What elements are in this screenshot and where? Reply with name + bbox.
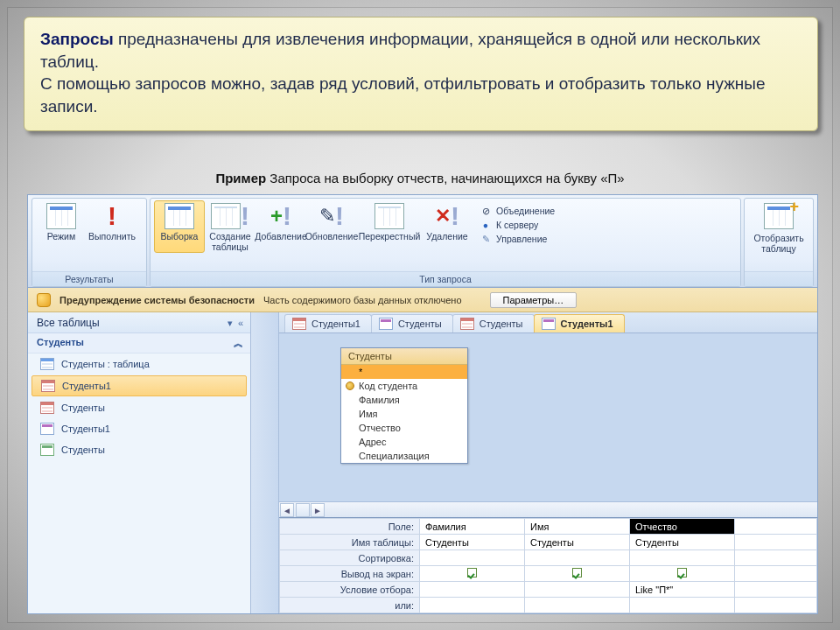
- qbe-cell-empty[interactable]: [735, 535, 817, 550]
- qbe-cell[interactable]: [420, 550, 525, 566]
- chevron-down-icon[interactable]: ▾: [228, 318, 233, 329]
- mode-button[interactable]: Режим: [36, 200, 87, 253]
- ribbon-group-querytype: Выборка ! Созданиетаблицы +! Добавление …: [150, 198, 741, 287]
- qbe-cell[interactable]: Отчество: [630, 519, 735, 535]
- field-row[interactable]: *: [341, 365, 467, 379]
- qbe-cell-empty[interactable]: [735, 550, 817, 566]
- datadef-query-item[interactable]: ✎Управление: [478, 232, 581, 246]
- tbl-icon: [40, 358, 54, 370]
- qbe-cell-empty[interactable]: [735, 519, 817, 535]
- qbe-cell[interactable]: [525, 550, 630, 566]
- qbe-cell[interactable]: [420, 582, 525, 598]
- tab-icon: [292, 318, 306, 330]
- nav-item[interactable]: Студенты1: [32, 375, 247, 396]
- field-row[interactable]: Фамилия: [341, 393, 467, 407]
- scroll-right-icon[interactable]: ►: [311, 503, 325, 517]
- info-bold: Запросы: [40, 30, 114, 48]
- group-type-title: Тип запроса: [150, 271, 740, 286]
- scroll-thumb[interactable]: [296, 503, 310, 517]
- collapse-icon[interactable]: «: [238, 318, 243, 329]
- qbe-cell[interactable]: [630, 598, 735, 613]
- table-fieldlist[interactable]: Студенты *Код студентаФамилияИмяОтчество…: [340, 347, 468, 464]
- plus-badge-icon: +: [789, 198, 799, 216]
- nav-header[interactable]: Все таблицы ▾«: [28, 312, 250, 333]
- qbe-cell-empty[interactable]: [735, 566, 817, 582]
- field-row[interactable]: Адрес: [341, 435, 467, 449]
- qbe-row-label: или:: [280, 598, 420, 613]
- design-canvas[interactable]: Студенты *Код студентаФамилияИмяОтчество…: [279, 333, 817, 501]
- select-query-button[interactable]: Выборка: [154, 200, 205, 253]
- qbe-cell[interactable]: Студенты: [525, 535, 630, 550]
- crosstab-button[interactable]: Перекрестный: [357, 200, 422, 253]
- qbe-cell[interactable]: Имя: [525, 519, 630, 535]
- maketable-button[interactable]: ! Созданиетаблицы: [205, 200, 256, 253]
- crosstab-label: Перекрестный: [359, 231, 421, 252]
- qbe-cell[interactable]: Like "П*": [630, 582, 735, 598]
- access-window: Режим ! Выполнить Результаты Выборка: [27, 194, 818, 614]
- field-row[interactable]: Имя: [341, 407, 467, 421]
- qbe-cell[interactable]: Студенты: [630, 535, 735, 550]
- security-msg: Часть содержимого базы данных отключено: [263, 295, 462, 305]
- nav-item[interactable]: Студенты : таблица: [28, 354, 250, 374]
- checkbox-icon[interactable]: [467, 568, 477, 578]
- rpt-icon: [40, 444, 54, 456]
- redx-icon: ✕: [435, 205, 451, 228]
- tab-label: Студенты1: [561, 318, 613, 329]
- show-table-button[interactable]: + Отобразитьтаблицу: [748, 200, 809, 255]
- qbe-row-label: Вывод на экран:: [280, 566, 420, 582]
- qbe-cell[interactable]: [630, 550, 735, 566]
- maketable-icon: [211, 203, 241, 229]
- navigation-pane[interactable]: Все таблицы ▾« Студенты ︽ Студенты : таб…: [28, 312, 251, 613]
- qbe-cell[interactable]: [420, 566, 525, 582]
- qbe-cell-empty[interactable]: [735, 598, 817, 613]
- crosstab-icon: [374, 203, 404, 229]
- scroll-left-icon[interactable]: ◄: [280, 503, 294, 517]
- nav-item[interactable]: Студенты: [28, 439, 250, 460]
- document-tab[interactable]: Студенты1: [534, 314, 625, 332]
- qbe-cell[interactable]: [525, 598, 630, 613]
- union-query-item[interactable]: ⊘Объединение: [478, 204, 581, 218]
- append-button[interactable]: +! Добавление: [256, 200, 306, 253]
- qbe-cell[interactable]: [420, 598, 525, 613]
- info-callout: Запросы предназначены для извлечения инф…: [24, 17, 818, 131]
- nav-item[interactable]: Студенты: [28, 397, 250, 418]
- document-tab[interactable]: Студенты: [452, 314, 535, 332]
- qbe-cell[interactable]: [630, 566, 735, 582]
- extra-list: ⊘Объединение ●К серверу ✎Управление: [478, 200, 581, 246]
- field-row[interactable]: Отчество: [341, 421, 467, 435]
- qbe-row-label: Имя таблицы:: [280, 535, 420, 550]
- security-options-button[interactable]: Параметры…: [490, 292, 578, 308]
- checkbox-icon[interactable]: [572, 568, 582, 578]
- security-bar: Предупреждение системы безопасности Част…: [28, 288, 817, 312]
- run-button[interactable]: ! Выполнить: [87, 200, 137, 253]
- document-tab[interactable]: Студенты: [371, 314, 453, 332]
- qbe-cell[interactable]: [525, 582, 630, 598]
- layout-gutter: [251, 312, 279, 613]
- qbe-cell[interactable]: [525, 566, 630, 582]
- qbe-cell-empty[interactable]: [735, 582, 817, 598]
- exclaim-icon: !: [451, 203, 459, 229]
- passthrough-query-item[interactable]: ●К серверу: [478, 218, 581, 232]
- checkbox-icon[interactable]: [677, 568, 687, 578]
- nav-group-header[interactable]: Студенты ︽: [28, 333, 250, 354]
- tab-label: Студенты1: [312, 318, 360, 329]
- exclaim-icon: !: [283, 203, 291, 229]
- caption-rest: Запроса на выборку отчеств, начинающихся…: [270, 171, 624, 186]
- field-row[interactable]: Специализация: [341, 449, 467, 463]
- canvas-hscroll[interactable]: ◄ ►: [279, 501, 817, 517]
- qbe-row-label: Сортировка:: [280, 550, 420, 566]
- group-results-title: Результаты: [32, 271, 146, 286]
- qbe-cell[interactable]: Фамилия: [420, 519, 525, 535]
- nav-item[interactable]: Студенты1: [28, 418, 250, 439]
- qry-icon: [40, 402, 54, 414]
- field-row[interactable]: Код студента: [341, 379, 467, 393]
- exclaim-icon: !: [241, 203, 249, 229]
- qbe-cell[interactable]: Студенты: [420, 535, 525, 550]
- document-tabs: Студенты1СтудентыСтудентыСтуденты1: [279, 312, 817, 333]
- qbe-grid[interactable]: Поле:ФамилияИмяОтчествоИмя таблицы:Студе…: [279, 517, 817, 613]
- tab-icon: [460, 318, 474, 330]
- document-tab[interactable]: Студенты1: [284, 314, 372, 332]
- delete-button[interactable]: ✕! Удаление: [422, 200, 472, 253]
- update-button[interactable]: ✎! Обновление: [306, 200, 357, 253]
- pencil-icon: ✎: [319, 205, 335, 228]
